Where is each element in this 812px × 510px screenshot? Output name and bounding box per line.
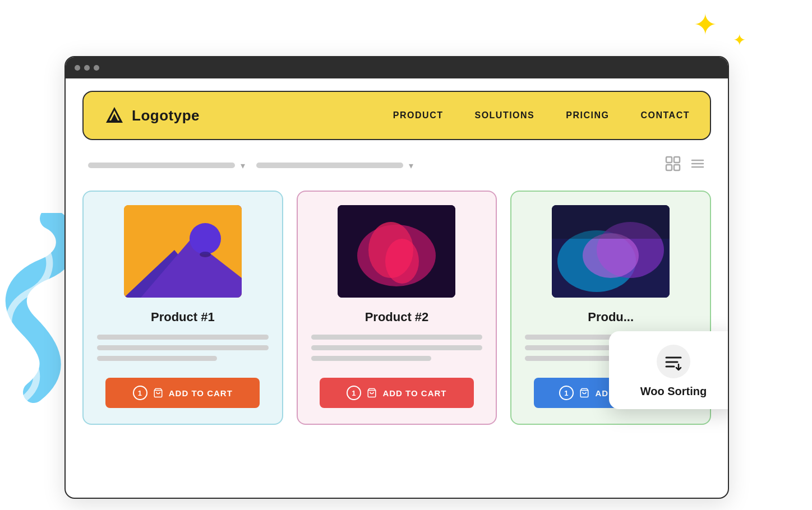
product-lines-1 [97, 335, 269, 367]
product-lines-2 [311, 335, 483, 367]
cart-icon-1 [153, 388, 163, 398]
logo-icon [104, 105, 125, 126]
browser-window: Logotype PRODUCT SOLUTIONS PRICING CONTA… [64, 56, 729, 499]
nav-solutions-link[interactable]: SOLUTIONS [474, 110, 534, 120]
logo-text: Logotype [132, 107, 200, 124]
cart-icon-3 [579, 388, 589, 398]
browser-dot-1 [75, 65, 80, 71]
qty-circle-2: 1 [347, 386, 361, 400]
browser-titlebar [66, 57, 728, 78]
svg-point-20 [644, 286, 650, 292]
product-image-1 [124, 205, 242, 298]
product-line-2b [311, 345, 483, 350]
star-large-icon: ✦ [693, 10, 718, 39]
woo-sorting-popup: Woo Sorting [609, 331, 728, 409]
svg-rect-5 [666, 165, 672, 170]
chevron-down-icon-1: ▾ [241, 160, 245, 171]
product-line-1b [97, 345, 269, 350]
woo-sorting-icon [663, 351, 684, 372]
nav-solutions[interactable]: SOLUTIONS [474, 110, 534, 120]
filter-bar-2 [256, 163, 403, 168]
add-to-cart-button-1[interactable]: 1 ADD TO CART [105, 378, 260, 408]
filter-dropdown-2[interactable]: ▾ [256, 160, 413, 171]
nav-links: PRODUCT SOLUTIONS PRICING CONTACT [393, 110, 690, 120]
woo-sorting-label: Woo Sorting [640, 385, 707, 398]
squiggle-decoration [0, 213, 73, 404]
cart-icon-2 [367, 388, 377, 398]
svg-point-12 [639, 261, 644, 267]
add-to-cart-button-2[interactable]: 1 ADD TO CART [320, 378, 474, 408]
chevron-down-icon-2: ▾ [409, 160, 413, 171]
product-card-1: Product #1 1 ADD TO CART [82, 191, 283, 425]
nav-product[interactable]: PRODUCT [393, 110, 444, 120]
svg-point-16 [661, 275, 667, 281]
add-to-cart-label-2: ADD TO CART [382, 388, 446, 398]
svg-point-23 [661, 295, 667, 298]
nav-pricing[interactable]: PRICING [566, 110, 609, 120]
product-name-3: Produ... [588, 310, 634, 324]
view-icons [665, 156, 705, 175]
add-to-cart-label-1: ADD TO CART [169, 388, 233, 398]
qty-circle-3: 1 [559, 386, 574, 400]
browser-dot-3 [94, 65, 99, 71]
svg-point-25 [666, 297, 670, 298]
product-card-3: Produ... 1 ADD TO CAR... [510, 191, 711, 425]
svg-point-22 [652, 291, 659, 298]
svg-point-15 [659, 268, 663, 271]
product-line-1a [97, 335, 269, 340]
product-name-1: Product #1 [151, 310, 215, 324]
filter-dropdown-1[interactable]: ▾ [88, 160, 245, 171]
nav-contact[interactable]: CONTACT [640, 110, 690, 120]
product-card-2: Product #2 1 ADD TO CART [297, 191, 497, 425]
svg-point-13 [648, 270, 652, 275]
svg-point-17 [650, 279, 655, 283]
svg-rect-6 [674, 165, 680, 170]
product-line-2a [311, 335, 483, 340]
list-view-icon[interactable] [690, 156, 705, 175]
woo-icon-wrap [657, 345, 690, 378]
nav-pricing-link[interactable]: PRICING [566, 110, 609, 120]
splatter-effect [574, 242, 670, 298]
nav-product-link[interactable]: PRODUCT [393, 110, 444, 120]
star-small-icon: ✦ [733, 33, 746, 48]
nav-contact-link[interactable]: CONTACT [640, 110, 690, 120]
filters-row: ▾ ▾ [82, 156, 711, 175]
product-line-2c [311, 356, 431, 361]
product-image-3 [552, 205, 670, 298]
browser-content: Logotype PRODUCT SOLUTIONS PRICING CONTA… [66, 78, 728, 498]
svg-point-19 [665, 284, 668, 287]
qty-circle-1: 1 [133, 386, 147, 400]
product-name-2: Product #2 [365, 310, 429, 324]
svg-point-18 [655, 283, 662, 290]
product-line-1c [97, 356, 217, 361]
logo[interactable]: Logotype [104, 105, 200, 126]
grid-view-icon[interactable] [665, 156, 681, 175]
products-grid: Product #1 1 ADD TO CART [82, 191, 711, 425]
svg-point-21 [667, 290, 670, 294]
svg-rect-3 [666, 157, 672, 163]
svg-rect-4 [674, 157, 680, 163]
navbar: Logotype PRODUCT SOLUTIONS PRICING CONTA… [82, 91, 711, 140]
browser-dot-2 [84, 65, 90, 71]
filter-bar-1 [88, 163, 235, 168]
svg-point-14 [652, 258, 659, 265]
product-image-2 [338, 205, 455, 298]
